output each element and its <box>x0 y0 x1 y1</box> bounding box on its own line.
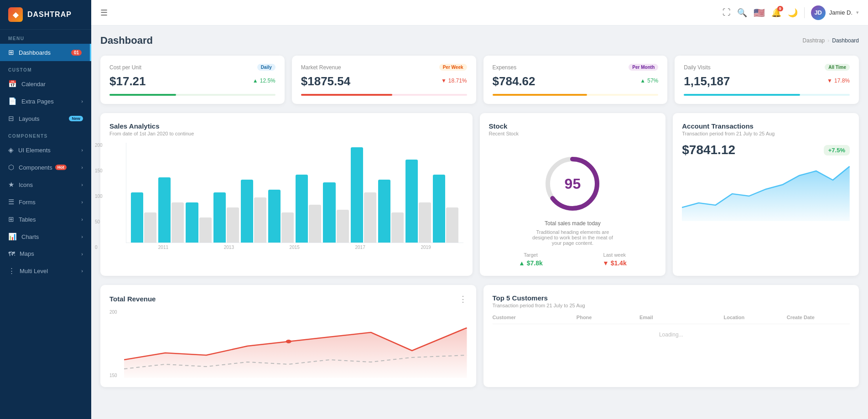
sales-analytics-subtitle: From date of 1st Jan 2020 to continue <box>109 131 463 136</box>
stat-value: $1875.54 <box>301 74 350 88</box>
sparkline-chart <box>682 162 850 221</box>
stock-stats: Target ▲ $7.8k Last week ▼ $1.4k <box>489 252 657 267</box>
bar-teal <box>433 175 445 243</box>
total-revenue-title: Total Revenue <box>109 295 156 303</box>
row2-grid: Sales Analytics From date of 1st Jan 202… <box>100 113 859 276</box>
col-create-date: Create Date <box>787 315 850 320</box>
stat-cards-grid: Cost per Unit Daily $17.21 ▲ 12.5% Marke… <box>100 56 859 104</box>
sidebar-item-charts[interactable]: 📊 Charts › <box>0 228 91 245</box>
stat-badge: Daily <box>257 64 275 71</box>
user-menu[interactable]: JD Jamie D. ▾ <box>811 5 859 20</box>
menu-label: MENU <box>0 30 91 44</box>
last-week-label: Last week <box>603 252 627 258</box>
sidebar-item-forms[interactable]: ☰ Forms › <box>0 193 91 211</box>
up-arrow-icon: ▲ <box>640 78 645 84</box>
sales-analytics-title: Sales Analytics <box>109 122 463 130</box>
bar-teal <box>213 192 226 243</box>
breadcrumb-home[interactable]: Dashtrap <box>803 37 825 44</box>
main-area: ☰ ⛶ 🔍 🇺🇸 🔔 9 🌙 JD Jamie D. ▾ Dashboard <box>91 0 868 419</box>
bar-gray <box>446 207 458 243</box>
stat-badge: Per Month <box>629 64 658 71</box>
dashboard-badge: 01 <box>71 50 82 56</box>
chevron-right-icon: › <box>81 199 83 205</box>
target-label: Target <box>519 252 543 258</box>
bar-teal <box>186 202 198 243</box>
donut-chart: 95 <box>541 152 604 216</box>
sidebar-item-label: Layouts <box>19 115 40 122</box>
chevron-right-icon: › <box>81 165 83 170</box>
bar-gray <box>199 217 212 243</box>
topbar-right: ⛶ 🔍 🇺🇸 🔔 9 🌙 JD Jamie D. ▾ <box>722 5 859 20</box>
sidebar-item-components[interactable]: ⬡ Components Hot › <box>0 159 91 176</box>
top-customers-card: Top 5 Customers Transaction period from … <box>483 285 859 387</box>
bar-group <box>433 175 458 243</box>
logo-text: DASHTRAP <box>27 10 72 19</box>
stat-bar-fill <box>684 94 800 96</box>
theme-toggle-icon[interactable]: 🌙 <box>788 8 798 18</box>
sidebar-item-ui-elements[interactable]: ◈ UI Elements › <box>0 141 91 159</box>
sidebar-logo: ◆ DASHTRAP <box>0 0 91 30</box>
chart-y-labels: 200 150 100 50 0 <box>95 143 103 250</box>
custom-label: CUSTOM <box>0 61 91 75</box>
bar-teal <box>296 175 308 243</box>
sidebar-item-label: Calendar <box>21 81 46 88</box>
sidebar-item-calendar[interactable]: 📅 Calendar <box>0 75 91 93</box>
stock-desc-small: Traditional heading elements are designe… <box>527 229 618 246</box>
stat-card-cost-per-unit: Cost per Unit Daily $17.21 ▲ 12.5% <box>100 56 285 104</box>
last-week-stat: Last week ▼ $1.4k <box>603 252 627 267</box>
sidebar-item-label: Charts <box>21 233 39 240</box>
col-customer: Customer <box>493 315 577 320</box>
col-email: Email <box>639 315 723 320</box>
stat-label: Cost per Unit <box>109 64 141 71</box>
stat-card-expenses: Expenses Per Month $784.62 ▲ 57% <box>483 56 668 104</box>
bar-teal <box>158 177 171 243</box>
sidebar-item-icons[interactable]: ★ Icons › <box>0 176 91 193</box>
stat-change: ▲ 57% <box>640 78 658 84</box>
stat-bar <box>493 94 659 96</box>
layouts-new-badge: New <box>69 116 83 121</box>
icons-icon: ★ <box>8 181 14 189</box>
search-icon[interactable]: 🔍 <box>737 8 747 18</box>
fullscreen-icon[interactable]: ⛶ <box>722 8 731 17</box>
hot-badge: Hot <box>55 165 67 170</box>
hamburger-icon[interactable]: ☰ <box>100 8 108 18</box>
stat-label: Daily Visits <box>684 64 710 71</box>
sidebar-item-dashboards[interactable]: ⊞ Dashboards 01 <box>0 44 91 61</box>
breadcrumb-separator: › <box>827 37 829 44</box>
stat-change: ▲ 12.5% <box>253 78 275 84</box>
notification-button[interactable]: 🔔 9 <box>771 8 781 18</box>
stat-bar <box>109 94 275 96</box>
bar-teal <box>378 180 390 243</box>
bar-group <box>186 202 211 243</box>
chevron-right-icon: › <box>81 98 83 104</box>
sidebar-item-extra-pages[interactable]: 📄 Extra Pages › <box>0 93 91 110</box>
svg-point-4 <box>286 340 291 343</box>
revenue-chart <box>124 310 467 378</box>
stat-bar-fill <box>493 94 587 96</box>
tables-icon: ⊞ <box>8 215 14 223</box>
sidebar-item-multi-level[interactable]: ⋮ Multi Level › <box>0 262 91 279</box>
more-options-icon[interactable]: ⋮ <box>459 294 467 304</box>
content-area: Dashboard Dashtrap › Dashboard Cost per … <box>91 26 868 419</box>
user-dropdown-icon: ▾ <box>856 10 859 16</box>
acct-title: Account Transactions <box>682 122 850 130</box>
dashboard-icon: ⊞ <box>8 48 14 57</box>
calendar-icon: 📅 <box>8 80 17 88</box>
down-arrow-icon: ▼ <box>441 78 447 84</box>
sidebar-item-tables[interactable]: ⊞ Tables › <box>0 211 91 228</box>
notification-count: 9 <box>777 6 783 11</box>
sidebar-item-maps[interactable]: 🗺 Maps › <box>0 245 91 262</box>
sidebar: ◆ DASHTRAP MENU ⊞ Dashboards 01 CUSTOM 📅… <box>0 0 91 419</box>
acct-amount: $7841.12 <box>682 143 735 157</box>
bar-gray <box>364 192 376 243</box>
bar-gray <box>172 202 184 243</box>
top-customers-title: Top 5 Customers <box>493 294 850 302</box>
bar-teal <box>405 160 418 243</box>
sales-analytics-card: Sales Analytics From date of 1st Jan 202… <box>100 113 473 276</box>
stat-card-market-revenue: Market Revenue Per Week $1875.54 ▼ 18.71… <box>292 56 476 104</box>
language-flag[interactable]: 🇺🇸 <box>754 7 765 18</box>
sidebar-item-layouts[interactable]: ⊟ Layouts New <box>0 110 91 127</box>
stat-badge: Per Week <box>439 64 467 71</box>
chevron-right-icon: › <box>81 182 83 187</box>
target-stat: Target ▲ $7.8k <box>519 252 543 267</box>
